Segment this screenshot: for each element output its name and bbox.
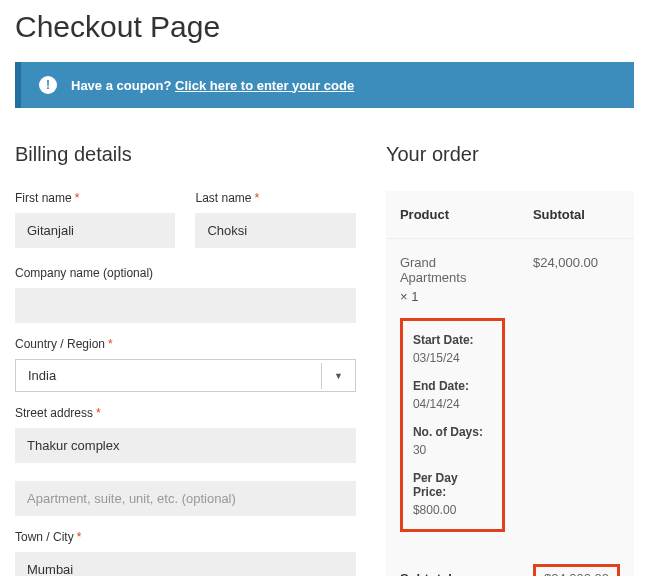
days-value: 30 <box>413 443 492 457</box>
order-summary-table: Product Subtotal Grand Apartments × 1 St… <box>386 191 634 576</box>
chevron-down-icon: ▼ <box>321 363 355 389</box>
town-field[interactable] <box>15 552 356 576</box>
info-icon: ! <box>39 76 57 94</box>
product-meta: Start Date: 03/15/24 End Date: 04/14/24 … <box>400 318 505 532</box>
col-product: Product <box>386 191 519 239</box>
company-field[interactable] <box>15 288 356 323</box>
coupon-banner: ! Have a coupon? Click here to enter you… <box>15 62 634 108</box>
first-name-field[interactable] <box>15 213 175 248</box>
table-row: Grand Apartments × 1 Start Date: 03/15/2… <box>386 239 634 549</box>
end-date-value: 04/14/24 <box>413 397 492 411</box>
perday-value: $800.00 <box>413 503 492 517</box>
product-qty: × 1 <box>400 289 505 304</box>
product-subtotal: $24,000.00 <box>519 239 634 549</box>
days-label: No. of Days: <box>413 425 492 439</box>
col-subtotal: Subtotal <box>519 191 634 239</box>
first-name-label: First name* <box>15 191 175 205</box>
order-heading: Your order <box>386 143 634 166</box>
street-address2-field[interactable] <box>15 481 356 516</box>
billing-heading: Billing details <box>15 143 356 166</box>
perday-label: Per Day Price: <box>413 471 492 499</box>
page-title: Checkout Page <box>15 10 634 44</box>
town-label: Town / City* <box>15 530 356 544</box>
street-address-field[interactable] <box>15 428 356 463</box>
coupon-message: Have a coupon? Click here to enter your … <box>71 78 354 93</box>
street-label: Street address* <box>15 406 356 420</box>
subtotal-value: $24,000.00 <box>533 564 620 576</box>
company-label: Company name (optional) <box>15 266 356 280</box>
last-name-field[interactable] <box>195 213 355 248</box>
start-date-label: Start Date: <box>413 333 492 347</box>
last-name-label: Last name* <box>195 191 355 205</box>
product-name: Grand Apartments <box>400 255 505 285</box>
country-select[interactable]: India ▼ <box>15 359 356 392</box>
end-date-label: End Date: <box>413 379 492 393</box>
start-date-value: 03/15/24 <box>413 351 492 365</box>
coupon-link[interactable]: Click here to enter your code <box>175 78 354 93</box>
country-label: Country / Region* <box>15 337 356 351</box>
subtotal-label: Subtotal <box>386 548 519 576</box>
